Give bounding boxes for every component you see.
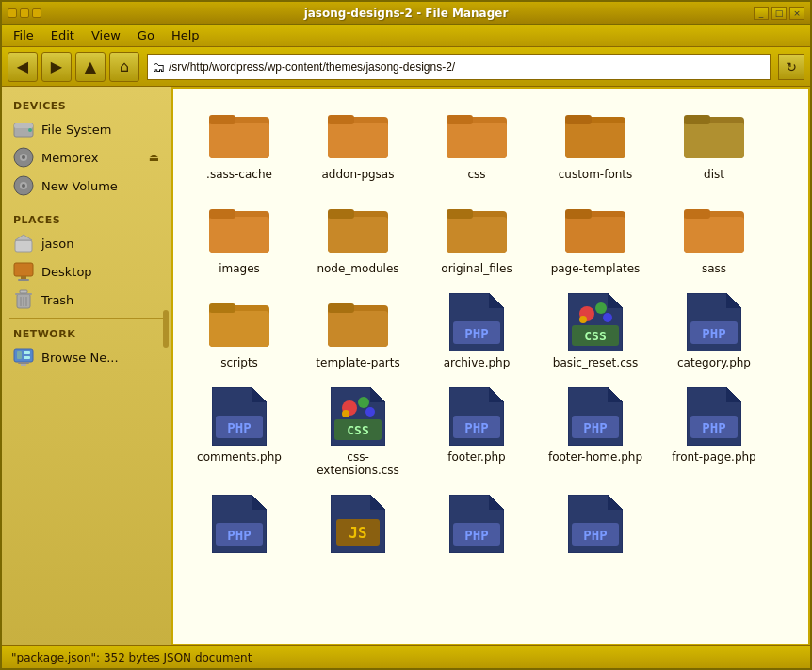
folder-css-label: css [467,168,485,181]
folder-addon-pgsas[interactable]: addon-pgsas [301,98,414,187]
file-basic-reset-css[interactable]: CSS basic_reset.css [539,286,652,375]
menu-go[interactable]: Go [130,26,162,44]
file-bottom-4[interactable]: PHP [539,488,652,564]
folder-sass-cache-icon [209,104,269,164]
sidebar-item-jason[interactable]: jason [2,229,171,257]
svg-rect-60 [328,311,388,347]
folder-dist-label: dist [704,168,724,181]
svg-rect-31 [328,115,354,124]
file-footer-php-label: footer.php [447,450,505,464]
file-archive-php[interactable]: PHP archive.php [420,286,533,375]
file-basic-reset-css-label: basic_reset.css [553,356,638,369]
folder-page-templates[interactable]: page-templates [539,192,652,281]
file-footer-php-icon: PHP [447,386,507,447]
dot-1 [8,8,17,18]
file-comments-php-label: comments.php [197,450,282,464]
address-bar[interactable]: 🗂 [147,54,771,80]
folder-custom-fonts-icon [565,104,625,164]
svg-text:PHP: PHP [464,420,488,435]
menu-edit[interactable]: Edit [43,26,82,44]
dot-2 [20,8,29,18]
folder-sass-label: sass [702,262,726,275]
folder-sass[interactable]: sass [658,192,771,281]
folder-dist[interactable]: dist [658,98,771,187]
refresh-button[interactable]: ↻ [778,54,804,80]
memorex-label: Memorex [41,151,98,165]
svg-rect-25 [21,364,26,366]
folder-original-files[interactable]: original_files [420,192,533,281]
svg-rect-45 [328,217,388,253]
file-comments-php[interactable]: PHP comments.php [183,381,296,482]
address-icon: 🗂 [152,59,165,74]
sidebar-item-filesystem[interactable]: File System [2,115,171,143]
close-button[interactable]: × [789,7,804,20]
back-button[interactable]: ◀ [8,52,38,82]
svg-rect-11 [14,263,33,276]
svg-text:PHP: PHP [227,420,251,435]
svg-point-69 [595,302,607,314]
file-footer-php[interactable]: PHP footer.php [420,381,533,482]
file-category-php-icon: PHP [684,292,744,352]
file-front-page-php[interactable]: PHP front-page.php [658,381,771,482]
svg-rect-58 [209,303,235,313]
folder-images[interactable]: images [183,192,296,281]
sidebar-item-desktop[interactable]: Desktop [2,257,171,286]
file-bottom-1[interactable]: PHP [183,488,296,564]
jason-icon [13,233,34,253]
file-category-php[interactable]: PHP category.php [658,286,771,375]
file-css-extensions-css[interactable]: CSS css-extensions.css [301,381,414,482]
svg-marker-79 [252,387,267,402]
folder-scripts[interactable]: scripts [183,286,296,375]
file-bottom-3[interactable]: PHP [420,488,533,564]
menu-file[interactable]: File [6,26,41,44]
window-controls[interactable]: _ □ × [754,7,804,20]
toolbar: ◀ ▶ ▲ ⌂ 🗂 ↻ [2,47,810,87]
svg-rect-16 [20,290,27,293]
folder-template-parts[interactable]: template-parts [301,286,414,375]
svg-text:PHP: PHP [583,420,607,435]
svg-point-71 [579,316,587,323]
folder-template-parts-icon [328,292,388,352]
svg-rect-28 [209,115,235,124]
folder-page-templates-label: page-templates [551,262,641,275]
filesystem-icon [13,119,34,139]
file-css-extensions-css-label: css-extensions.css [306,450,410,477]
browse-network-label: Browse Ne... [41,351,119,365]
browse-network-icon [13,347,34,368]
maximize-button[interactable]: □ [771,7,787,20]
svg-rect-34 [447,115,473,124]
folder-node-modules[interactable]: node_modules [301,192,414,281]
sidebar-item-newvolume[interactable]: New Volume [2,172,171,200]
svg-rect-36 [565,123,625,158]
svg-rect-12 [21,276,26,279]
forward-button[interactable]: ▶ [41,52,72,82]
sidebar-item-browse-network[interactable]: Browse Ne... [2,343,171,371]
file-bottom-2[interactable]: JS [301,488,414,564]
status-text: "package.json": 352 bytes JSON document [11,651,252,664]
home-button[interactable]: ⌂ [109,52,139,82]
folder-custom-fonts[interactable]: custom-fonts [539,98,652,187]
svg-rect-9 [15,240,32,252]
address-input[interactable] [169,60,766,74]
sidebar-item-memorex[interactable]: Memorex ⏏ [2,143,171,172]
up-button[interactable]: ▲ [75,52,106,82]
svg-rect-22 [24,351,30,354]
file-footer-home-php[interactable]: PHP footer-home.php [539,381,652,482]
memorex-eject-button[interactable]: ⏏ [149,151,159,164]
svg-text:PHP: PHP [583,528,607,543]
minimize-button[interactable]: _ [754,7,769,20]
menu-view[interactable]: View [84,26,128,44]
sidebar-item-trash[interactable]: Trash [2,286,171,314]
menu-help[interactable]: Help [164,26,207,44]
folder-sass-cache-label: .sass-cache [206,168,272,181]
svg-rect-33 [447,123,507,158]
svg-text:PHP: PHP [702,420,725,435]
folder-css[interactable]: css [420,98,533,187]
svg-text:JS: JS [349,524,366,542]
file-bottom-4-icon: PHP [565,494,625,554]
svg-rect-1 [14,123,33,128]
folder-addon-pgsas-icon [328,104,388,164]
sidebar-scrollbar[interactable] [163,310,169,348]
folder-node-modules-icon [328,198,388,258]
folder-sass-cache[interactable]: .sass-cache [183,98,296,187]
